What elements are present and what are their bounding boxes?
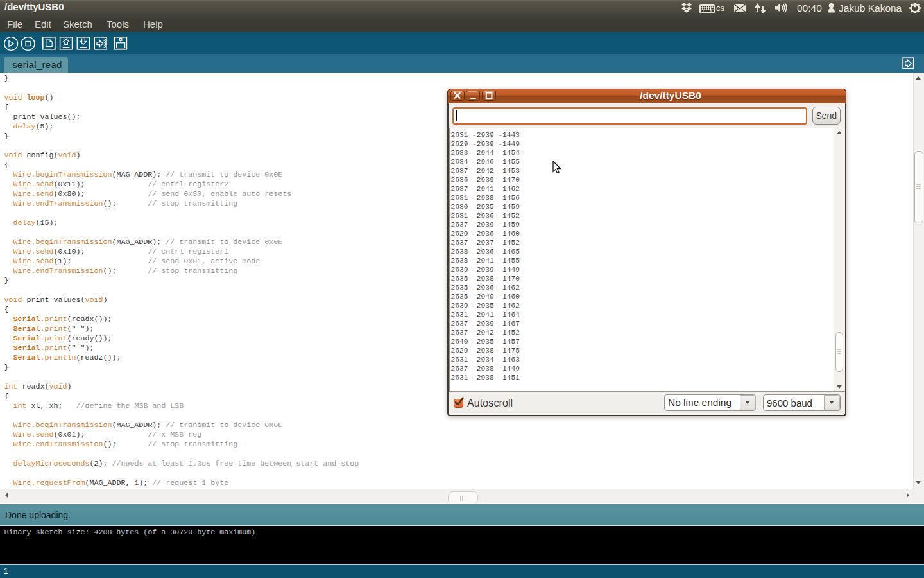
svg-text:Jakub Kakona: Jakub Kakona (839, 3, 902, 13)
svg-text:cs: cs (716, 3, 725, 13)
svg-text:00:40: 00:40 (797, 3, 822, 13)
